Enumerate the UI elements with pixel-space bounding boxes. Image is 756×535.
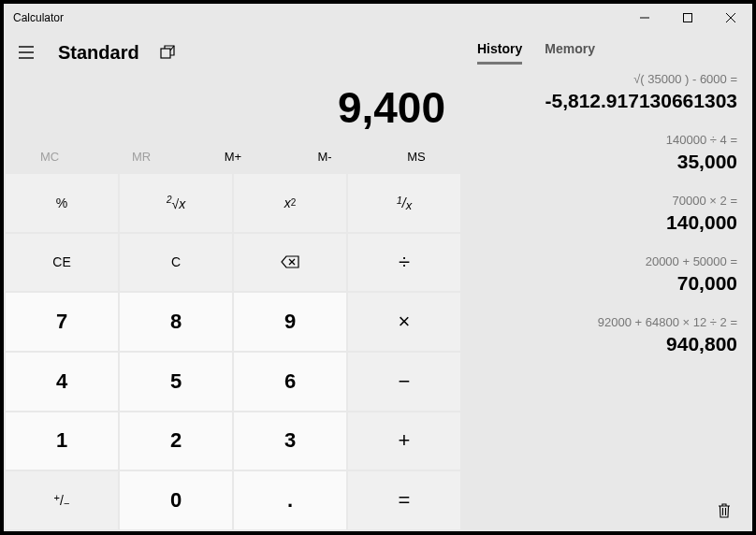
clear-key[interactable]: C (120, 234, 232, 292)
memory-subtract-button[interactable]: M- (279, 140, 371, 172)
minimize-button[interactable] (623, 4, 666, 32)
calculator-panel: Standard 9,400 MC MR M+ M- MS % (4, 32, 462, 531)
reciprocal-key[interactable]: 1/x (348, 174, 460, 232)
window-controls (623, 4, 752, 32)
history-item[interactable]: √( 35000 ) - 6000 = -5,812.917130661303 (477, 72, 737, 112)
result-display[interactable]: 9,400 (4, 73, 462, 140)
history-item[interactable]: 20000 + 50000 = 70,000 (477, 254, 737, 295)
svg-rect-7 (161, 49, 170, 58)
clear-history-button[interactable] (709, 496, 739, 526)
mode-title: Standard (58, 42, 139, 64)
equals-key[interactable]: = (348, 471, 460, 529)
key-7[interactable]: 7 (6, 293, 118, 351)
history-expression: 20000 + 50000 = (477, 254, 737, 268)
square-key[interactable]: x2 (234, 174, 346, 232)
history-result: 70,000 (477, 272, 737, 295)
percent-key[interactable]: % (6, 174, 118, 232)
decimal-key[interactable]: . (234, 471, 346, 529)
window-title: Calculator (13, 11, 623, 24)
memory-store-button[interactable]: MS (371, 140, 462, 172)
history-expression: 70000 × 2 = (477, 194, 737, 208)
history-item[interactable]: 140000 ÷ 4 = 35,000 (477, 133, 737, 173)
keep-on-top-icon (160, 45, 175, 60)
minus-key[interactable]: − (348, 353, 460, 411)
side-panel: History Memory √( 35000 ) - 6000 = -5,81… (462, 32, 752, 531)
square-root-key[interactable]: 2√x (120, 174, 232, 232)
history-result: 140,000 (477, 211, 737, 234)
memory-add-button[interactable]: M+ (187, 140, 279, 172)
history-list: √( 35000 ) - 6000 = -5,812.917130661303 … (462, 65, 752, 492)
history-item[interactable]: 70000 × 2 = 140,000 (477, 194, 737, 234)
history-result: 940,800 (477, 333, 737, 355)
key-5[interactable]: 5 (120, 353, 232, 411)
negate-key[interactable]: +/− (6, 471, 118, 529)
hamburger-icon (19, 46, 34, 59)
tab-history[interactable]: History (477, 41, 522, 65)
history-expression: 140000 ÷ 4 = (477, 133, 737, 147)
side-tabs: History Memory (462, 32, 752, 65)
close-button[interactable] (709, 4, 752, 32)
plus-key[interactable]: + (348, 412, 460, 470)
mode-row: Standard (4, 32, 462, 73)
key-9[interactable]: 9 (234, 293, 346, 351)
backspace-key[interactable] (234, 234, 346, 292)
keypad: % 2√x x2 1/x CE C ÷ 7 8 9 × 4 (4, 172, 462, 531)
key-0[interactable]: 0 (120, 471, 232, 529)
tab-memory[interactable]: Memory (545, 41, 595, 65)
key-3[interactable]: 3 (234, 412, 346, 470)
keep-on-top-button[interactable] (153, 37, 182, 67)
key-6[interactable]: 6 (234, 353, 346, 411)
calculator-window: Calculator Stan (4, 4, 752, 531)
trash-icon (718, 503, 731, 518)
maximize-button[interactable] (666, 4, 709, 32)
multiply-key[interactable]: × (348, 293, 460, 351)
history-result: -5,812.917130661303 (477, 90, 737, 112)
divide-key[interactable]: ÷ (348, 234, 460, 292)
memory-clear-button[interactable]: MC (4, 140, 95, 172)
memory-row: MC MR M+ M- MS (4, 140, 462, 172)
history-result: 35,000 (477, 151, 737, 173)
memory-recall-button[interactable]: MR (95, 140, 187, 172)
history-toolbar (462, 492, 752, 531)
history-item[interactable]: 92000 + 64800 × 12 ÷ 2 = 940,800 (477, 315, 737, 355)
menu-button[interactable] (7, 34, 45, 71)
key-8[interactable]: 8 (120, 293, 232, 351)
titlebar: Calculator (4, 4, 752, 32)
backspace-icon (281, 255, 299, 268)
svg-rect-1 (684, 14, 692, 22)
history-expression: √( 35000 ) - 6000 = (477, 72, 737, 86)
clear-entry-key[interactable]: CE (6, 234, 118, 292)
history-expression: 92000 + 64800 × 12 ÷ 2 = (477, 315, 737, 329)
key-2[interactable]: 2 (120, 412, 232, 470)
key-4[interactable]: 4 (6, 353, 118, 411)
key-1[interactable]: 1 (6, 412, 118, 470)
content-area: Standard 9,400 MC MR M+ M- MS % (4, 32, 752, 531)
